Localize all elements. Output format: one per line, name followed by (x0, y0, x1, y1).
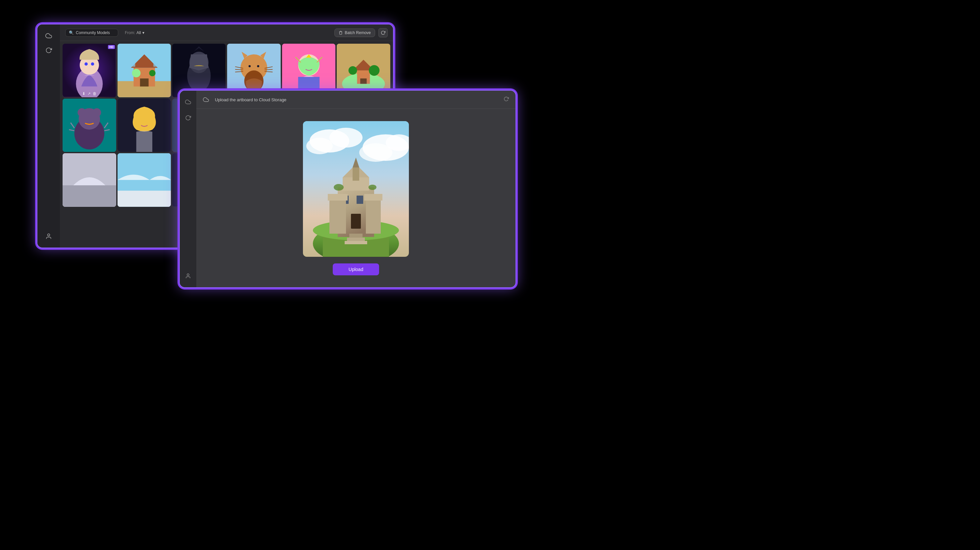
svg-rect-14 (153, 62, 158, 67)
svg-rect-92 (351, 214, 361, 229)
hd-badge: HD (108, 45, 115, 49)
upload-header-area: Upload the artboard to Cloud Storage (203, 97, 286, 103)
sidebar-icon-refresh[interactable] (43, 45, 55, 56)
svg-rect-10 (140, 78, 149, 86)
upload-button[interactable]: Upload (333, 264, 379, 275)
svg-rect-95 (329, 197, 346, 234)
download-icon[interactable]: ⬇ (82, 91, 86, 96)
svg-rect-77 (118, 191, 171, 207)
sidebar-front (180, 91, 196, 287)
svg-rect-75 (62, 185, 116, 207)
svg-rect-105 (349, 234, 363, 238)
delete-icon[interactable]: 🗑 (93, 91, 97, 96)
from-label: From: (125, 30, 135, 35)
gallery-item-3[interactable] (172, 44, 226, 97)
from-value: All (137, 30, 141, 35)
sidebar-front-user[interactable] (182, 270, 194, 282)
svg-point-11 (132, 69, 140, 78)
sidebar-front-cloud[interactable] (182, 96, 194, 108)
svg-rect-97 (366, 197, 381, 234)
svg-point-104 (369, 184, 376, 190)
sidebar-icon-user[interactable] (43, 230, 55, 242)
batch-remove-button[interactable]: Batch Remove (334, 29, 375, 37)
svg-rect-40 (360, 78, 366, 84)
gallery-item-6[interactable] (337, 44, 390, 97)
svg-point-5 (91, 62, 94, 66)
batch-remove-label: Batch Remove (345, 30, 371, 35)
refresh-button[interactable] (379, 28, 388, 37)
sidebar-back (37, 24, 60, 248)
gallery-item-14[interactable] (118, 153, 171, 207)
gallery-item-13[interactable] (62, 153, 116, 207)
svg-rect-101 (353, 167, 359, 181)
refresh-icon (381, 30, 385, 35)
header-right: Batch Remove (334, 28, 388, 37)
svg-point-84 (306, 138, 333, 154)
gallery-item-7[interactable] (62, 99, 116, 152)
item-actions-1: ⬇ ↗ 🗑 (62, 91, 116, 96)
scene: 🔍 Community Models From: All ▾ Batch Rem… (27, 17, 953, 533)
svg-point-12 (149, 70, 155, 76)
upload-image-preview (303, 121, 409, 257)
svg-point-80 (187, 274, 189, 276)
svg-point-46 (78, 108, 86, 117)
chevron-down-icon: ▾ (142, 30, 144, 35)
gallery-item-8[interactable] (118, 99, 171, 152)
search-icon: 🔍 (69, 30, 74, 35)
svg-point-4 (84, 62, 88, 66)
gallery-item-5[interactable] (282, 44, 336, 97)
svg-point-42 (369, 65, 379, 76)
svg-rect-94 (356, 196, 363, 204)
upload-title: Upload the artboard to Cloud Storage (215, 97, 286, 102)
svg-rect-13 (131, 62, 135, 67)
sidebar-front-refresh[interactable] (182, 112, 194, 124)
svg-point-41 (348, 66, 357, 75)
search-input[interactable]: Community Models (76, 30, 112, 35)
svg-point-83 (329, 128, 363, 148)
trash-icon (339, 31, 343, 35)
svg-point-27 (249, 65, 251, 67)
svg-point-103 (334, 184, 344, 191)
search-box[interactable]: 🔍 Community Models (65, 29, 118, 37)
svg-rect-98 (364, 194, 382, 200)
svg-point-28 (257, 65, 259, 67)
share-icon[interactable]: ↗ (88, 91, 91, 96)
from-select[interactable]: All ▾ (137, 30, 144, 35)
svg-point-87 (359, 143, 392, 162)
svg-rect-96 (328, 194, 348, 200)
svg-point-47 (93, 108, 101, 117)
cloud-icon-upload (203, 97, 209, 103)
gallery-item-2[interactable] (118, 44, 171, 97)
svg-rect-107 (345, 241, 367, 244)
svg-point-0 (48, 234, 50, 236)
sidebar-icon-cloud[interactable] (43, 30, 55, 42)
refresh-icon-upload[interactable] (504, 96, 509, 102)
svg-rect-106 (347, 238, 365, 241)
gallery-item-4[interactable] (227, 44, 281, 97)
gallery-item-1[interactable]: HD ⬇ ↗ 🗑 (62, 44, 116, 97)
upload-window: Upload the artboard to Cloud Storage (179, 90, 517, 288)
header-bar: 🔍 Community Models From: All ▾ Batch Rem… (60, 24, 393, 41)
